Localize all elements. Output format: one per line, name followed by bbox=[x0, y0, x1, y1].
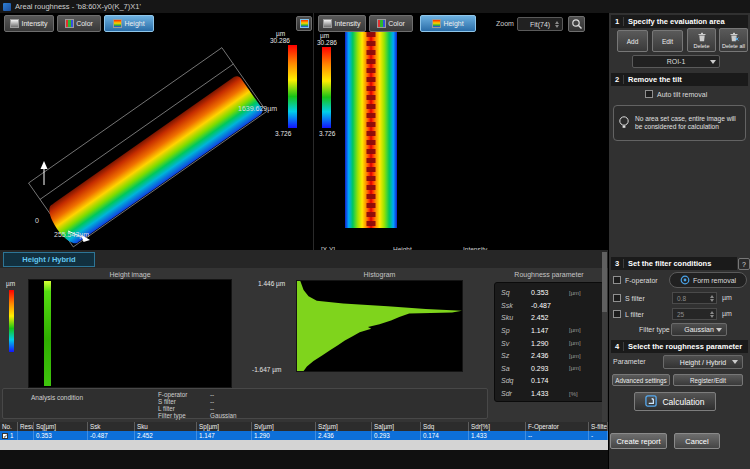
row-checkbox[interactable] bbox=[2, 433, 8, 439]
roi-value: ROI-1 bbox=[667, 58, 686, 65]
vertical-scrollbar[interactable] bbox=[602, 252, 607, 448]
cancel-button[interactable]: Cancel bbox=[674, 433, 720, 449]
delete-all-button[interactable]: Delete all bbox=[719, 28, 748, 52]
s-filter-spinner[interactable] bbox=[710, 295, 716, 302]
note-text: No area set case, entire image will be c… bbox=[635, 115, 741, 131]
cell-sv: 1.290 bbox=[252, 431, 316, 440]
parameter-select[interactable]: Height / Hybrid bbox=[663, 355, 743, 369]
delete-label: Delete bbox=[694, 43, 710, 49]
color-label: Color bbox=[388, 20, 405, 27]
form-removal-button[interactable]: Form removal bbox=[669, 272, 747, 288]
intensity-button-2d[interactable]: Intensity bbox=[318, 15, 366, 32]
footer-background bbox=[0, 450, 608, 469]
intensity-label: Intensity bbox=[21, 20, 47, 27]
chevron-down-icon bbox=[710, 60, 716, 64]
histogram-y-max: 1.446 µm bbox=[258, 280, 285, 287]
zoom-tool-button[interactable] bbox=[568, 16, 585, 32]
color-button-3d[interactable]: Color bbox=[57, 15, 101, 32]
l-filter-value: 25 bbox=[677, 311, 684, 318]
axis-length-label: 1639.629µm bbox=[238, 105, 277, 113]
titlebar: Areal roughness - 'b8:60X-y0(K_7)X1' bbox=[0, 0, 750, 13]
section-3-header: 3 Set the filter conditions bbox=[611, 257, 737, 270]
form-removal-label: Form removal bbox=[693, 277, 736, 284]
l-filter-checkbox[interactable] bbox=[613, 310, 621, 318]
roughness-row: Sv1.290[µm] bbox=[501, 338, 599, 349]
cell-foperator: -- bbox=[526, 431, 589, 440]
calculation-button[interactable]: Calculation bbox=[634, 392, 716, 411]
register-edit-button[interactable]: Register/Edit bbox=[673, 374, 743, 386]
delete-button[interactable]: Delete bbox=[687, 28, 716, 52]
cell-sfilter: - bbox=[589, 431, 608, 440]
axis-width-label: 255.543µm bbox=[54, 231, 89, 239]
3d-display-button[interactable] bbox=[296, 16, 312, 31]
window-title: Areal roughness - 'b8:60X-y0(K_7)X1' bbox=[15, 2, 141, 11]
color-label: Color bbox=[76, 20, 93, 27]
color-icon bbox=[65, 19, 74, 28]
help-button[interactable]: ? bbox=[738, 258, 750, 270]
s-filter-checkbox[interactable] bbox=[613, 294, 621, 302]
f-operator-checkbox[interactable] bbox=[613, 276, 621, 284]
height-button-2d[interactable]: Height bbox=[420, 15, 476, 32]
trash-icon bbox=[697, 32, 707, 42]
auto-tilt-row: Auto tilt removal bbox=[645, 90, 707, 98]
help-label: ? bbox=[742, 261, 746, 268]
col-sz: Sz[µm] bbox=[316, 422, 372, 431]
control-panel: 1 Specify the evaluation area Add Edit D… bbox=[608, 13, 750, 469]
height-map-image[interactable] bbox=[345, 32, 397, 228]
height-image-strip bbox=[44, 281, 51, 386]
advanced-settings-button[interactable]: Advanced settings bbox=[612, 374, 670, 386]
height-button-3d[interactable]: Height bbox=[104, 15, 154, 32]
edit-label: Edit bbox=[662, 38, 673, 45]
surface-3d-render[interactable]: 1639.629µm 0 255.543µm bbox=[2, 41, 312, 259]
color-button-2d[interactable]: Color bbox=[369, 15, 413, 32]
zoom-label: Zoom bbox=[496, 20, 514, 27]
roi-select[interactable]: ROI-1 bbox=[632, 55, 720, 68]
row-no-cell: 1 bbox=[0, 431, 18, 440]
intensity-button-3d[interactable]: Intensity bbox=[4, 15, 54, 32]
cell-sp: 1.147 bbox=[197, 431, 252, 440]
zoom-select[interactable]: Fit(74) bbox=[517, 17, 563, 31]
height-label: Height bbox=[443, 20, 463, 27]
table-row[interactable]: 1 0.353 -0.487 2.452 1.147 1.290 2.436 0… bbox=[0, 431, 608, 440]
height-icon bbox=[432, 19, 441, 28]
parameter-label: Parameter bbox=[613, 358, 646, 365]
histogram-box[interactable] bbox=[296, 280, 463, 372]
col-ssk: Ssk bbox=[88, 422, 135, 431]
results-table: No. Result Sq[µm] Ssk Sku Sp[µm] Sv[µm] … bbox=[0, 422, 608, 440]
viewer-3d: Intensity Color Height bbox=[0, 13, 314, 250]
cell-sz: 2.436 bbox=[316, 431, 372, 440]
roughness-title: Roughness parameter bbox=[494, 271, 604, 278]
height-label: Height bbox=[124, 20, 144, 27]
cell-sdq: 0.174 bbox=[421, 431, 469, 440]
col-sp: Sp[µm] bbox=[197, 422, 252, 431]
col-sfilter: S-filter bbox=[589, 422, 608, 431]
height-image-box[interactable] bbox=[28, 279, 232, 388]
scrollbar-thumb[interactable] bbox=[602, 252, 607, 312]
analysis-condition-box: Analysis condition F-operator-- S filter… bbox=[2, 388, 488, 419]
color-scale-3d bbox=[288, 45, 297, 128]
magnifier-icon bbox=[571, 18, 583, 30]
filter-type-select[interactable]: Gaussian bbox=[671, 323, 727, 336]
s-filter-input[interactable]: 0.8 bbox=[672, 292, 717, 304]
l-filter-input[interactable]: 25 bbox=[672, 308, 717, 320]
section-3-number: 3 bbox=[611, 259, 624, 268]
scale-min-3d: 3.726 bbox=[275, 130, 291, 137]
height-image-title: Height image bbox=[28, 271, 232, 278]
add-button[interactable]: Add bbox=[617, 30, 648, 52]
auto-tilt-checkbox[interactable] bbox=[645, 90, 653, 98]
roughness-row: Sq0.353[µm] bbox=[501, 287, 599, 298]
form-removal-icon bbox=[680, 275, 690, 285]
l-filter-spinner[interactable] bbox=[710, 311, 716, 318]
section-4-number: 4 bbox=[611, 342, 624, 351]
section-4-title: Select the roughness parameter bbox=[628, 342, 742, 351]
auto-tilt-label: Auto tilt removal bbox=[657, 91, 707, 98]
tab-height-hybrid[interactable]: Height / Hybrid bbox=[3, 252, 95, 267]
s-filter-label: S filter bbox=[625, 295, 645, 302]
create-report-button[interactable]: Create report bbox=[610, 433, 667, 449]
chevron-down-icon bbox=[716, 328, 722, 332]
app-icon bbox=[3, 3, 11, 11]
edit-button[interactable]: Edit bbox=[652, 30, 683, 52]
histogram-y-min: -1.647 µm bbox=[252, 366, 281, 373]
3d-display-icon bbox=[300, 19, 309, 28]
calculation-label: Calculation bbox=[662, 397, 704, 407]
